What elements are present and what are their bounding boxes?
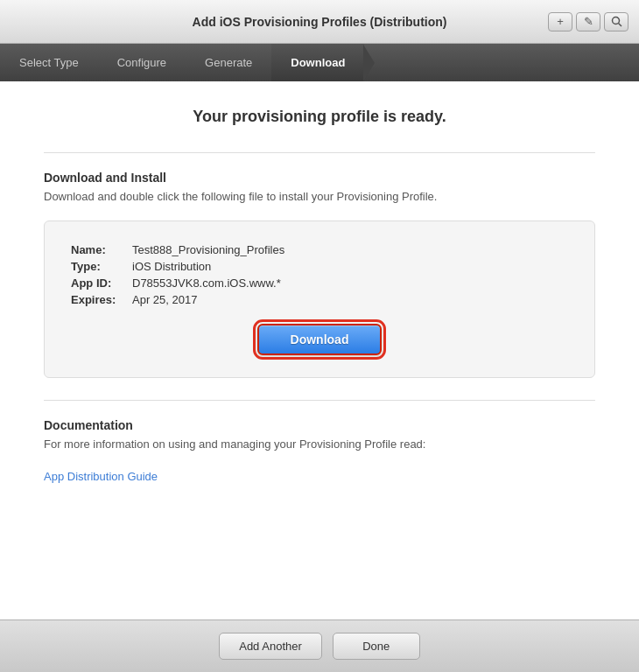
add-button[interactable]: +	[548, 12, 572, 32]
search-icon	[611, 16, 622, 27]
step-select-type[interactable]: Select Type	[0, 44, 98, 81]
name-value: Test888_Provisioning_Profiles	[132, 243, 284, 256]
main-content: Your provisioning profile is ready. Down…	[0, 81, 639, 620]
edit-button[interactable]: ✎	[576, 12, 600, 32]
documentation-section: Documentation For more information on us…	[44, 418, 595, 484]
divider-bottom	[44, 400, 595, 401]
page-heading: Your provisioning profile is ready.	[44, 108, 595, 126]
search-button[interactable]	[604, 12, 628, 32]
type-value: iOS Distribution	[132, 260, 211, 273]
window-title: Add iOS Provisioning Profiles (Distribut…	[193, 15, 447, 29]
add-another-button[interactable]: Add Another	[219, 633, 322, 660]
name-label: Name:	[71, 243, 132, 256]
profile-expires-row: Expires: Apr 25, 2017	[71, 293, 568, 306]
step-generate[interactable]: Generate	[186, 44, 271, 81]
type-label: Type:	[71, 260, 132, 273]
profile-type-row: Type: iOS Distribution	[71, 260, 568, 273]
download-button[interactable]: Download	[257, 324, 383, 355]
doc-section-title: Documentation	[44, 418, 595, 432]
steps-nav: Select Type Configure Generate Download	[0, 44, 639, 81]
step-configure[interactable]: Configure	[98, 44, 186, 81]
profile-info: Name: Test888_Provisioning_Profiles Type…	[71, 243, 568, 306]
profile-appid-row: App ID: D78553JVK8.com.iOS.www.*	[71, 276, 568, 290]
download-install-section: Download and Install Download and double…	[44, 171, 595, 378]
profile-card: Name: Test888_Provisioning_Profiles Type…	[44, 220, 595, 378]
svg-point-0	[612, 18, 619, 24]
expires-label: Expires:	[71, 293, 132, 306]
download-btn-wrapper: Download	[71, 324, 568, 355]
done-button[interactable]: Done	[333, 633, 420, 660]
bottom-bar: Add Another Done	[0, 620, 639, 672]
appid-value: D78553JVK8.com.iOS.www.*	[132, 276, 281, 290]
divider-top	[44, 152, 595, 153]
app-distribution-guide-link[interactable]: App Distribution Guide	[44, 470, 158, 483]
content-area: Your provisioning profile is ready. Down…	[0, 81, 639, 620]
profile-name-row: Name: Test888_Provisioning_Profiles	[71, 243, 568, 256]
download-section-title: Download and Install	[44, 171, 595, 185]
svg-line-1	[618, 24, 621, 27]
expires-value: Apr 25, 2017	[132, 293, 197, 306]
step-download[interactable]: Download	[271, 44, 364, 81]
doc-section-desc: For more information on using and managi…	[44, 438, 595, 451]
title-bar-actions: + ✎	[548, 12, 628, 32]
download-section-desc: Download and double click the following …	[44, 190, 595, 203]
title-bar: Add iOS Provisioning Profiles (Distribut…	[0, 0, 639, 44]
appid-label: App ID:	[71, 276, 132, 290]
